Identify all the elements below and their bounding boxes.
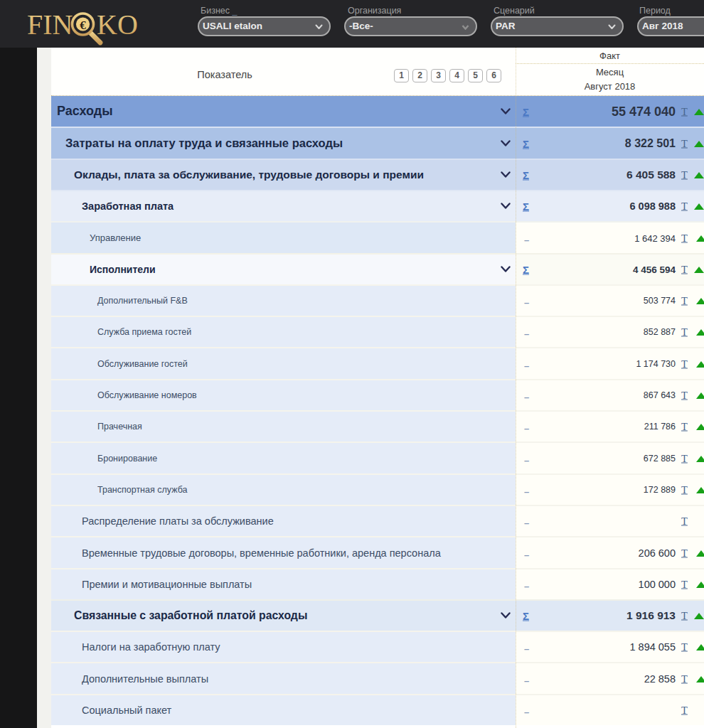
svg-text:FIN: FIN	[27, 9, 73, 41]
svg-text:€: €	[80, 18, 86, 32]
svg-text:KO: KO	[97, 9, 138, 41]
